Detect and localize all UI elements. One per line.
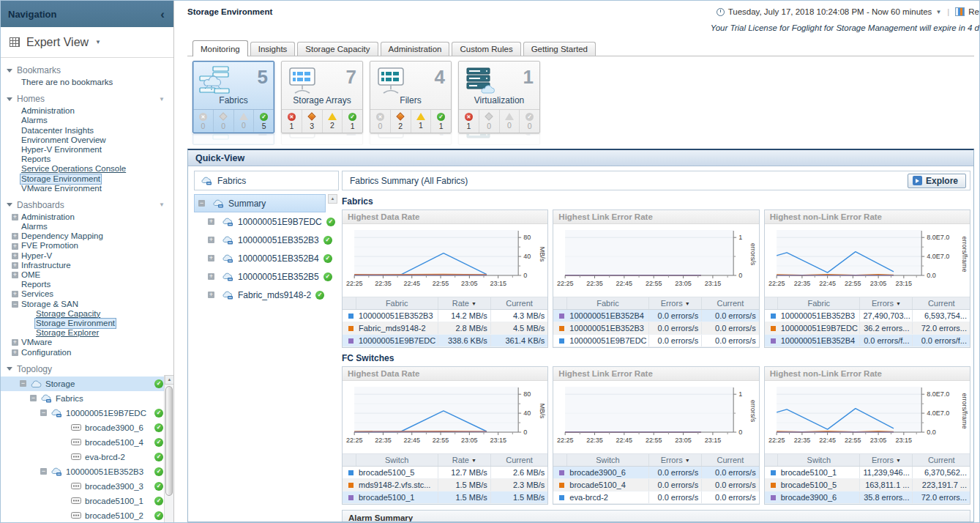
table-row[interactable]: brocade5100_512.7 MB/s2.6 MB/s <box>343 467 547 479</box>
table-row[interactable]: 100000051EB352B40.0 errors/s0.0 errors/s <box>553 310 758 322</box>
column-header-switch[interactable]: Switch <box>778 454 860 467</box>
expand-icon[interactable]: + <box>208 237 214 243</box>
tile-virtualization[interactable]: 1Virtualization✕100✓0 <box>458 134 540 145</box>
reports-label[interactable]: Re <box>968 7 979 16</box>
column-header-errors[interactable]: Errors▼ <box>649 297 702 310</box>
column-header-current[interactable]: Current <box>490 297 547 310</box>
filter-icon[interactable]: ▼ <box>159 201 165 208</box>
nav-item-environment-overview[interactable]: Environment Overview <box>1 136 173 145</box>
expand-icon[interactable]: + <box>12 214 18 220</box>
topology-item-brocade5100-4[interactable]: brocade5100_4✓ <box>1 435 173 450</box>
dashboards-header[interactable]: Dashboards ▼ <box>1 199 173 212</box>
expand-icon[interactable]: − <box>20 380 26 387</box>
nav-item-storage-explorer[interactable]: Storage Explorer <box>1 328 173 338</box>
table-row[interactable]: mds9148-2.vfs.stc...1.5 MB/s2.3 MB/s <box>343 479 547 492</box>
expert-view-selector[interactable]: Expert View ▼ <box>1 27 173 58</box>
expand-icon[interactable]: + <box>12 291 18 297</box>
reports-icon[interactable] <box>955 7 965 16</box>
expand-icon[interactable]: + <box>12 339 18 346</box>
topology-item-fabrics[interactable]: −Fabrics <box>1 391 173 406</box>
nav-item-fve-promotion[interactable]: +FVE Promotion <box>1 241 173 251</box>
column-header-fabric[interactable]: Fabric <box>566 297 648 310</box>
table-row[interactable]: 100000051EB352B30.0 errors/s0.0 errors/s <box>553 322 758 335</box>
bookmarks-header[interactable]: Bookmarks <box>1 64 173 78</box>
explore-button[interactable]: Explore <box>908 174 966 188</box>
nav-item-vmware-environment[interactable]: VMware Environment <box>1 184 173 193</box>
tile-fabrics[interactable]: 5Fabrics✕000✓5 <box>192 134 274 145</box>
fabric-tree-item-100000051eb352b3[interactable]: +100000051EB352B3✓ <box>194 231 326 249</box>
fabric-tree-item-fabric-mds9148-2[interactable]: +Fabric_mds9148-2✓ <box>194 286 326 304</box>
table-row[interactable]: brocade3900_635.8 errors...72.0 errors..… <box>765 492 970 504</box>
nav-item-dependency-mapping[interactable]: +Dependency Mapping <box>1 231 173 241</box>
table-row[interactable]: 100000051E9B7EDC338.6 KB/s361.4 KB/s <box>343 335 547 347</box>
expand-icon[interactable]: − <box>40 468 47 475</box>
expand-icon[interactable]: + <box>12 253 18 259</box>
expand-icon[interactable]: − <box>40 409 47 416</box>
scrollbar-thumb[interactable] <box>165 386 173 496</box>
fabric-tree-item-100000051eb352b4[interactable]: +100000051EB352B4✓ <box>194 249 326 267</box>
column-header-current[interactable]: Current <box>913 297 970 310</box>
nav-item-alarms[interactable]: Alarms <box>1 116 173 125</box>
nav-item-services[interactable]: +Services <box>1 289 173 299</box>
column-header-current[interactable]: Current <box>702 297 759 310</box>
expand-icon[interactable]: + <box>208 255 214 262</box>
nav-item-infrastructure[interactable]: +Infrastructure <box>1 261 173 270</box>
topology-scrollbar[interactable]: ▲ <box>164 375 173 522</box>
nav-item-ome[interactable]: +OME <box>1 270 173 280</box>
tile-fabrics[interactable]: 5Fabrics✕000✓5 <box>192 61 274 133</box>
column-header-current[interactable]: Current <box>702 454 759 467</box>
tab-monitoring[interactable]: Monitoring <box>192 40 248 56</box>
tile-storage-arrays[interactable]: 7Storage Arrays✕132✓1 <box>281 134 363 145</box>
column-header-errors[interactable]: Errors▼ <box>860 454 913 467</box>
nav-item-storage-environment[interactable]: Storage Environment <box>1 319 173 328</box>
topology-header[interactable]: Topology <box>1 363 173 377</box>
column-header-rate[interactable]: Rate▼ <box>438 454 490 467</box>
nav-item-storage-san[interactable]: −Storage & SAN <box>1 300 173 309</box>
expand-icon[interactable]: + <box>12 233 18 240</box>
topology-item-brocade3900-3[interactable]: brocade3900_3✓ <box>1 479 173 494</box>
column-header-current[interactable]: Current <box>913 454 970 467</box>
expand-icon[interactable]: + <box>208 273 214 280</box>
expand-icon[interactable]: + <box>208 292 214 298</box>
fabric-tree-item-summary[interactable]: −Summary <box>194 194 326 212</box>
table-row[interactable]: brocade5100_40.0 errors/s0.0 errors/s <box>553 479 758 492</box>
tile-virtualization[interactable]: 1Virtualization✕100✓0 <box>458 61 540 133</box>
topology-item-brocade5100-2[interactable]: brocade5100_2✓ <box>1 508 173 522</box>
tile-storage-arrays[interactable]: 7Storage Arrays✕132✓1 <box>281 61 363 133</box>
table-row[interactable]: Fabric_mds9148-22.8 MB/s4.5 MB/s <box>343 322 547 335</box>
scroll-up-icon[interactable]: ▲ <box>328 194 337 204</box>
expand-icon[interactable]: + <box>12 262 18 269</box>
column-header-fabric[interactable]: Fabric <box>356 297 438 310</box>
tab-storage-capacity[interactable]: Storage Capacity <box>297 42 378 56</box>
expand-icon[interactable]: + <box>12 349 18 356</box>
collapse-sidebar-icon[interactable]: ‹ <box>160 8 165 21</box>
table-row[interactable]: brocade5100_5163,811.1 ...223,191.7 ... <box>765 479 970 492</box>
timerange-selector[interactable]: Tuesday, July 17, 2018 10:24:08 PM - Now… <box>717 7 979 16</box>
expand-icon[interactable]: + <box>12 272 18 278</box>
nav-item-reports[interactable]: Reports <box>1 155 173 164</box>
expand-icon[interactable]: + <box>208 218 214 225</box>
tab-getting-started[interactable]: Getting Started <box>523 42 596 56</box>
tile-filers[interactable]: 4Filers✕021✓1 <box>370 61 452 133</box>
nav-item-administration[interactable]: Administration <box>1 106 173 116</box>
nav-item-administration[interactable]: +Administration <box>1 212 173 222</box>
nav-item-hyper-v-environment[interactable]: Hyper-V Environment <box>1 145 173 155</box>
topology-item-100000051eb352b3[interactable]: −100000051EB352B3✓ <box>1 464 173 479</box>
topology-item-100000051e9b7edc[interactable]: −100000051E9B7EDC✓ <box>1 406 173 420</box>
expand-icon[interactable]: − <box>198 200 205 207</box>
table-row[interactable]: 100000051EB352B327,490,703...6,593,754..… <box>765 310 970 322</box>
nav-item-datacenter-insights[interactable]: Datacenter Insights <box>1 126 173 136</box>
table-row[interactable]: brocade3900_60.0 errors/s0.0 errors/s <box>553 467 758 479</box>
filter-icon[interactable]: ▼ <box>159 96 165 103</box>
table-row[interactable]: 100000051E9B7EDC0.0 errors/s0.0 errors/s <box>553 335 758 347</box>
table-row[interactable]: 100000051EB352B40.0 errors/f...0.0 error… <box>765 335 970 347</box>
column-header-fabric[interactable]: Fabric <box>778 297 860 310</box>
tile-filers[interactable]: 4Filers✕021✓1 <box>370 134 452 145</box>
table-row[interactable]: 100000051EB352B314.2 MB/s4.3 MB/s <box>343 310 547 322</box>
column-header-current[interactable]: Current <box>490 454 547 467</box>
table-row[interactable]: brocade5100_111,239,946...6,370,562... <box>765 467 970 479</box>
homes-header[interactable]: Homes ▼ <box>1 92 173 106</box>
nav-item-configuration[interactable]: +Configuration <box>1 348 173 357</box>
tab-insights[interactable]: Insights <box>250 42 296 56</box>
expand-icon[interactable]: + <box>12 243 18 250</box>
